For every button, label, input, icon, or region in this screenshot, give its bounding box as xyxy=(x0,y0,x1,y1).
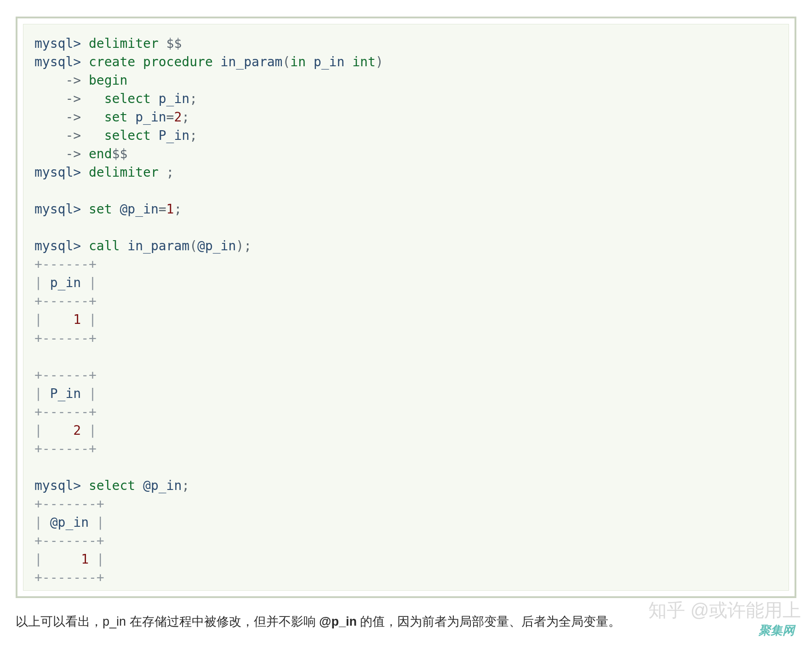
continuation-arrow: -> xyxy=(65,73,81,88)
column-header: P_in xyxy=(50,386,81,401)
delimiter-symbol: $$ xyxy=(112,146,128,161)
pipe: | xyxy=(34,423,73,438)
caption-part-a: 以上可以看出，p_in 在存储过程中被修改，但并不影响 xyxy=(16,615,319,628)
semicolon: ; xyxy=(244,238,252,253)
keyword-set: set xyxy=(89,202,112,217)
keyword-procedure: procedure xyxy=(143,54,213,69)
pipe: | xyxy=(81,275,97,290)
table-border: +------+ xyxy=(34,257,97,272)
delimiter-symbol: $$ xyxy=(166,36,182,51)
prompt: mysql> xyxy=(34,165,81,180)
identifier: in_param xyxy=(127,238,189,253)
pipe: | xyxy=(89,552,104,567)
keyword-create: create xyxy=(89,54,135,69)
semicolon: ; xyxy=(174,202,182,217)
keyword-delimiter: delimiter xyxy=(89,36,159,51)
equals: = xyxy=(159,202,166,217)
pipe: | xyxy=(34,515,50,530)
prompt: mysql> xyxy=(34,202,81,217)
continuation-arrow: -> xyxy=(65,146,81,161)
paren-open: ( xyxy=(189,238,197,253)
semicolon: ; xyxy=(166,165,174,180)
paren-open: ( xyxy=(282,54,290,69)
code-frame-outer: mysql> delimiter $$ mysql> create proced… xyxy=(16,17,796,598)
table-border: +-------+ xyxy=(34,496,104,512)
cell-value: 1 xyxy=(81,552,89,567)
table-border: +------+ xyxy=(34,331,97,346)
user-variable: @p_in xyxy=(120,202,158,217)
paren-close: ) xyxy=(376,54,383,69)
continuation-arrow: -> xyxy=(65,109,81,125)
identifier: p_in xyxy=(135,109,166,125)
cell-value: 2 xyxy=(73,423,81,438)
continuation-arrow: -> xyxy=(65,128,81,143)
table-border: +------+ xyxy=(34,294,97,309)
table-border: +------+ xyxy=(34,404,97,420)
caption-bold: @p_in xyxy=(319,615,357,628)
number: 2 xyxy=(174,109,182,125)
caption-part-c: 的值，因为前者为局部变量、后者为全局变量。 xyxy=(357,615,621,628)
keyword-select: select xyxy=(104,128,151,143)
semicolon: ; xyxy=(182,109,189,125)
param-name: p_in xyxy=(314,54,344,69)
semicolon: ; xyxy=(182,478,189,493)
column-header: @p_in xyxy=(50,515,89,530)
caption-text: 以上可以看出，p_in 在存储过程中被修改，但并不影响 @p_in 的值，因为前… xyxy=(16,612,796,632)
user-variable: @p_in xyxy=(143,478,182,493)
prompt: mysql> xyxy=(34,54,81,69)
number: 1 xyxy=(166,202,174,217)
user-variable: @p_in xyxy=(197,238,236,253)
prompt: mysql> xyxy=(34,238,81,253)
table-border: +-------+ xyxy=(34,533,104,548)
continuation-arrow: -> xyxy=(65,91,81,106)
keyword-in: in xyxy=(290,54,306,69)
pipe: | xyxy=(34,312,73,327)
semicolon: ; xyxy=(189,128,197,143)
pipe: | xyxy=(34,386,50,401)
table-border: +------+ xyxy=(34,441,97,456)
identifier: P_in xyxy=(159,128,189,143)
keyword-call: call xyxy=(89,238,120,253)
type-int: int xyxy=(352,54,376,69)
pipe: | xyxy=(81,423,97,438)
table-border: +------+ xyxy=(34,368,97,383)
column-header: p_in xyxy=(50,275,81,290)
keyword-select: select xyxy=(104,91,151,106)
pipe: | xyxy=(81,386,97,401)
table-border: +-------+ xyxy=(34,570,104,585)
identifier: p_in xyxy=(159,91,189,106)
pipe: | xyxy=(81,312,97,327)
pipe: | xyxy=(89,515,104,530)
prompt: mysql> xyxy=(34,36,81,51)
identifier: in_param xyxy=(221,54,283,69)
equals: = xyxy=(166,109,174,125)
keyword-set: set xyxy=(104,109,128,125)
keyword-delimiter: delimiter xyxy=(89,165,159,180)
prompt: mysql> xyxy=(34,478,81,493)
pipe: | xyxy=(34,275,50,290)
pipe: | xyxy=(34,552,81,567)
keyword-select: select xyxy=(89,478,135,493)
semicolon: ; xyxy=(189,91,197,106)
code-frame-inner: mysql> delimiter $$ mysql> create proced… xyxy=(23,24,789,591)
paren-close: ) xyxy=(236,238,244,253)
code-block: mysql> delimiter $$ mysql> create proced… xyxy=(34,35,778,587)
keyword-end: end xyxy=(89,146,112,161)
cell-value: 1 xyxy=(73,312,81,327)
keyword-begin: begin xyxy=(89,73,127,88)
